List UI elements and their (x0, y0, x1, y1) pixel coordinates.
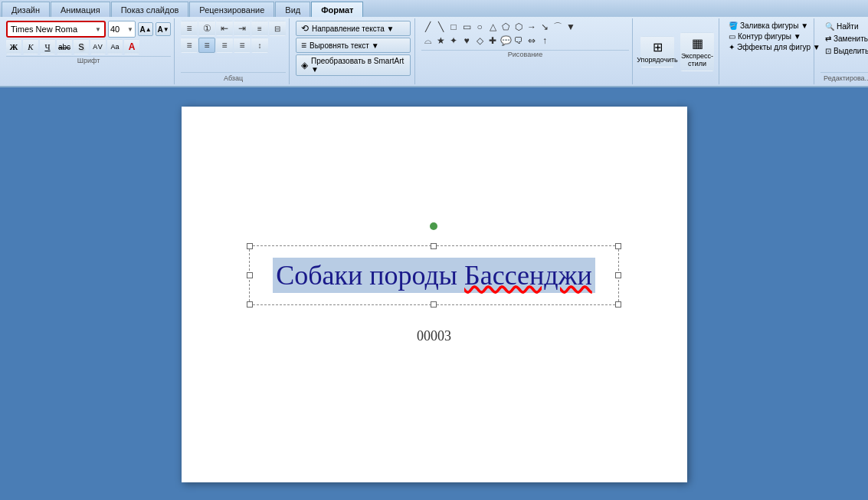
handle-middle-right[interactable] (615, 272, 621, 278)
text-direction-label: Направление текста ▼ (312, 25, 394, 33)
bullet-list-btn[interactable]: ≡ (181, 21, 198, 36)
strikethrough-button[interactable]: abc (57, 39, 72, 54)
curve-shape[interactable]: ⌒ (552, 21, 564, 33)
callout-shape[interactable]: 💬 (500, 35, 512, 47)
font-name-selector[interactable]: Times New Roma ▼ (6, 21, 106, 38)
underline-button[interactable]: Ч (40, 39, 55, 54)
fill-icon: 🪣 (729, 21, 738, 30)
case-button[interactable]: Аа (107, 39, 123, 54)
up-arrow-shape[interactable]: ↑ (539, 35, 551, 47)
para-section: ≡ ① ⇤ ⇥ ≡ ⊟ ≡ ≡ ≡ ≡ ↕ Абзац (178, 18, 290, 84)
arrow-shape[interactable]: → (526, 21, 538, 33)
font-size-arrow: ▼ (127, 26, 133, 33)
ribbon-body: Times New Roma ▼ 40 ▼ A▲ A▼ Ж К Ч abc S … (0, 17, 868, 86)
increase-indent-btn[interactable]: ⇥ (234, 21, 251, 36)
find-label: Найти (837, 22, 859, 31)
tab-review[interactable]: Рецензирование (189, 2, 274, 17)
align-right-btn[interactable]: ≡ (216, 38, 233, 53)
rotation-handle[interactable] (430, 222, 437, 230)
font-color-button[interactable]: А (124, 39, 139, 54)
font-increase-btn[interactable]: A▲ (138, 22, 153, 36)
find-section: 🔍 Найти ⇄ Заменить ⊡ Выделить Редактиров… (817, 18, 868, 84)
heart-shape[interactable]: ♥ (460, 35, 473, 47)
star-shape[interactable]: ★ (434, 35, 447, 47)
slide[interactable]: Собаки породы Бассенджи 00003 (182, 107, 687, 482)
tab-slideshow[interactable]: Показ слайдов (111, 2, 189, 17)
align-justify-btn[interactable]: ≡ (234, 38, 251, 53)
arrange-section: ⊞ Упорядочить ▦ Экспресс-стили (636, 18, 719, 84)
line2-shape[interactable]: ╲ (434, 21, 447, 33)
spacing-button[interactable]: AV (90, 39, 106, 54)
italic-button[interactable]: К (23, 39, 38, 54)
handle-top-center[interactable] (431, 243, 437, 249)
font-size-selector[interactable]: 40 ▼ (108, 21, 136, 38)
handle-middle-left[interactable] (247, 272, 253, 278)
double-arrow-shape[interactable]: ⇔ (526, 35, 538, 47)
handle-top-right[interactable] (615, 243, 621, 249)
tab-design[interactable]: Дизайн (2, 2, 50, 17)
rtl-list-btn[interactable]: ≡ (251, 21, 268, 36)
text-direction-section: ⟲ Направление текста ▼ ≡ Выровнять текст… (293, 18, 415, 84)
text-direction-btn[interactable]: ⟲ Направление текста ▼ (296, 21, 411, 36)
text-box[interactable]: Собаки породы Бассенджи (249, 245, 619, 305)
arc-shape[interactable]: ⌓ (421, 35, 434, 47)
numbered-list-btn[interactable]: ① (198, 21, 215, 36)
line-spacing-btn[interactable]: ↕ (251, 38, 268, 53)
align-text-btn[interactable]: ≡ Выровнять текст ▼ (296, 38, 411, 53)
pentagon-shape[interactable]: ⬠ (500, 21, 512, 33)
drawing-label: Рисование (421, 50, 629, 60)
shape-outline-btn[interactable]: ▭ Контур фигуры ▼ (726, 31, 811, 41)
shapes-row1: ╱ ╲ □ ▭ ○ △ ⬠ ⬡ → ↘ ⌒ ▼ (421, 21, 629, 33)
fill-label: Заливка фигуры ▼ (740, 21, 808, 30)
smartart-icon: ◈ (301, 60, 308, 71)
font-decrease-btn[interactable]: A▼ (156, 22, 171, 36)
shape-fill-btn[interactable]: 🪣 Заливка фигуры ▼ (726, 21, 811, 31)
arrow2-shape[interactable]: ↘ (539, 21, 551, 33)
tab-view[interactable]: Вид (275, 2, 310, 17)
select-label: Выделить (834, 47, 868, 55)
tab-format[interactable]: Формат (311, 2, 363, 17)
select-icon: ⊡ (825, 47, 831, 55)
hexagon-shape[interactable]: ⬡ (513, 21, 525, 33)
arrange-btn[interactable]: ⊞ Упорядочить (640, 36, 674, 67)
rounded-rect-shape[interactable]: ▭ (460, 21, 473, 33)
columns-btn[interactable]: ⊟ (269, 21, 286, 36)
diamond-shape[interactable]: ◇ (473, 35, 486, 47)
bold-button[interactable]: Ж (6, 39, 21, 54)
replace-icon: ⇄ (825, 35, 831, 43)
convert-smartart-label: Преобразовать в SmartArt ▼ (311, 57, 405, 74)
more-shapes[interactable]: ▼ (565, 21, 577, 33)
para-row1: ≡ ① ⇤ ⇥ ≡ ⊟ (181, 21, 286, 36)
align-text-icon: ≡ (301, 40, 306, 51)
line-shape[interactable]: ╱ (421, 21, 434, 33)
handle-top-left[interactable] (247, 243, 253, 249)
quick-styles-btn[interactable]: ▦ Экспресс-стили (680, 32, 714, 71)
handle-bottom-left[interactable] (247, 301, 253, 308)
callout2-shape[interactable]: 🗨 (513, 35, 525, 47)
convert-smartart-btn[interactable]: ◈ Преобразовать в SmartArt ▼ (296, 54, 411, 76)
arrange-label: Упорядочить (637, 56, 678, 64)
align-center-btn[interactable]: ≡ (198, 38, 215, 53)
replace-btn[interactable]: ⇄ Заменить (821, 33, 868, 44)
tab-animation[interactable]: Анимация (51, 2, 110, 17)
handle-bottom-right[interactable] (615, 301, 621, 308)
title-part2: Бассенджи (464, 260, 592, 291)
decrease-indent-btn[interactable]: ⇤ (216, 21, 233, 36)
replace-label: Заменить (834, 35, 868, 43)
select-btn[interactable]: ⊡ Выделить (821, 45, 868, 57)
para-row2: ≡ ≡ ≡ ≡ ↕ (181, 38, 286, 53)
shadow-button[interactable]: S (74, 39, 89, 54)
triangle-shape[interactable]: △ (486, 21, 499, 33)
font-row1: Times New Roma ▼ 40 ▼ A▲ A▼ (6, 21, 171, 38)
outline-label: Контур фигуры ▼ (738, 32, 801, 41)
quick-styles-label: Экспресс-стили (681, 52, 713, 67)
oval-shape[interactable]: ○ (473, 21, 486, 33)
shape-effects-btn[interactable]: ✦ Эффекты для фигур ▼ (726, 42, 811, 52)
rect-shape[interactable]: □ (447, 21, 460, 33)
find-btn[interactable]: 🔍 Найти (821, 21, 868, 32)
star2-shape[interactable]: ✦ (447, 35, 460, 47)
font-name-arrow: ▼ (95, 26, 101, 33)
cross-shape[interactable]: ✚ (486, 35, 499, 47)
align-left-btn[interactable]: ≡ (181, 38, 198, 53)
handle-bottom-center[interactable] (431, 301, 437, 308)
